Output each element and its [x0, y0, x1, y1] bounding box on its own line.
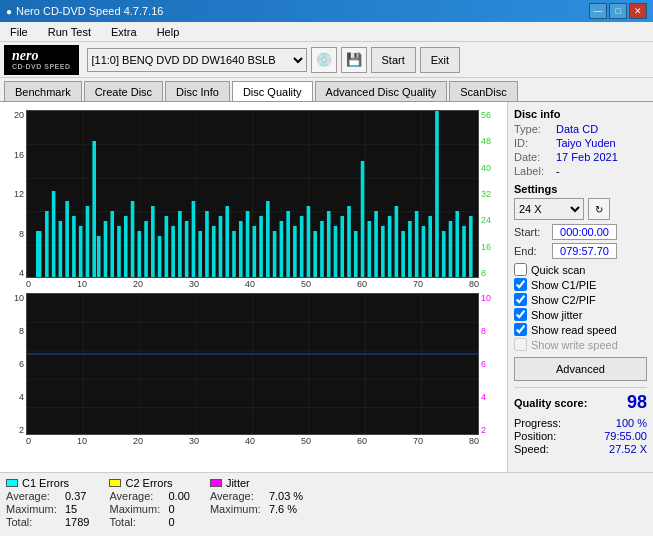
show-c2-checkbox[interactable]	[514, 293, 527, 306]
svg-rect-29	[158, 236, 162, 278]
svg-rect-52	[313, 231, 317, 278]
svg-rect-60	[368, 221, 372, 278]
show-c1-row: Show C1/PIE	[514, 278, 647, 291]
show-c2-row: Show C2/PIF	[514, 293, 647, 306]
tab-disc-quality[interactable]: Disc Quality	[232, 81, 313, 101]
show-write-label: Show write speed	[531, 339, 618, 351]
show-write-row: Show write speed	[514, 338, 647, 351]
type-label: Type:	[514, 123, 556, 135]
show-c1-checkbox[interactable]	[514, 278, 527, 291]
svg-rect-47	[280, 221, 284, 278]
logo-subtitle: CD·DVD SPEED	[12, 63, 71, 70]
svg-rect-58	[354, 231, 358, 278]
svg-rect-73	[455, 211, 459, 278]
svg-rect-37	[212, 226, 216, 278]
start-button[interactable]: Start	[371, 47, 416, 73]
tab-scan-disc[interactable]: ScanDisc	[449, 81, 517, 101]
svg-rect-71	[442, 231, 446, 278]
progress-row: Progress: 100 %	[514, 417, 647, 429]
main-content: 20 16 12 8 4 56 48 40 32 24 16 8	[0, 102, 653, 472]
maximize-button[interactable]: □	[609, 3, 627, 19]
svg-rect-39	[225, 206, 229, 278]
settings-section: Settings 24 X ↻ Start: 000:00.00 End: 07…	[514, 183, 647, 381]
close-button[interactable]: ✕	[629, 3, 647, 19]
y-axis-left-top: 20 16 12 8 4	[4, 110, 24, 278]
drive-select[interactable]: [11:0] BENQ DVD DD DW1640 BSLB	[87, 48, 307, 72]
progress-label: Progress:	[514, 417, 561, 429]
jitter-avg-value: 7.03 %	[269, 490, 303, 502]
svg-rect-11	[36, 231, 41, 278]
jitter-max-value: 7.6 %	[269, 503, 297, 515]
jitter-header: Jitter	[210, 477, 303, 489]
svg-rect-30	[165, 216, 169, 278]
quick-scan-checkbox[interactable]	[514, 263, 527, 276]
speed-row: 24 X ↻	[514, 198, 647, 220]
menu-run-test[interactable]: Run Test	[42, 25, 97, 39]
exit-button[interactable]: Exit	[420, 47, 460, 73]
nero-logo: nero CD·DVD SPEED	[4, 45, 79, 75]
menu-help[interactable]: Help	[151, 25, 186, 39]
svg-rect-59	[361, 161, 365, 278]
menu-file[interactable]: File	[4, 25, 34, 39]
svg-rect-45	[266, 201, 270, 278]
svg-rect-16	[72, 216, 76, 278]
minimize-button[interactable]: —	[589, 3, 607, 19]
svg-rect-42	[246, 211, 250, 278]
jitter-max-label: Maximum:	[210, 503, 265, 515]
c2-total-value: 0	[168, 516, 174, 528]
tab-disc-info[interactable]: Disc Info	[165, 81, 230, 101]
c2-avg-row: Average: 0.00	[109, 490, 189, 502]
title-bar-left: ● Nero CD-DVD Speed 4.7.7.16	[6, 5, 163, 17]
svg-rect-53	[320, 221, 324, 278]
c2-total-row: Total: 0	[109, 516, 189, 528]
label-row: Label: -	[514, 165, 647, 177]
tab-benchmark[interactable]: Benchmark	[4, 81, 82, 101]
c1-max-label: Maximum:	[6, 503, 61, 515]
id-value: Taiyo Yuden	[556, 137, 616, 149]
svg-rect-34	[192, 201, 196, 278]
c2-total-label: Total:	[109, 516, 164, 528]
show-read-checkbox[interactable]	[514, 323, 527, 336]
svg-rect-36	[205, 211, 209, 278]
show-read-row: Show read speed	[514, 323, 647, 336]
c1-label: C1 Errors	[22, 477, 69, 489]
menu-extra[interactable]: Extra	[105, 25, 143, 39]
speed-row-prog: Speed: 27.52 X	[514, 443, 647, 455]
svg-rect-69	[428, 216, 432, 278]
end-label: End:	[514, 245, 552, 257]
jitter-label: Jitter	[226, 477, 250, 489]
date-value: 17 Feb 2021	[556, 151, 618, 163]
show-jitter-checkbox[interactable]	[514, 308, 527, 321]
tab-advanced-disc-quality[interactable]: Advanced Disc Quality	[315, 81, 448, 101]
end-time-row: End: 079:57.70	[514, 243, 647, 259]
c1-total-label: Total:	[6, 516, 61, 528]
svg-rect-57	[347, 206, 351, 278]
svg-rect-44	[259, 216, 263, 278]
refresh-button[interactable]: ↻	[588, 198, 610, 220]
speed-select[interactable]: 24 X	[514, 198, 584, 220]
svg-rect-48	[286, 211, 290, 278]
app-title: Nero CD-DVD Speed 4.7.7.16	[16, 5, 163, 17]
svg-rect-35	[198, 231, 202, 278]
y-axis-right-bottom: 10 8 6 4 2	[481, 293, 503, 435]
c1-total-value: 1789	[65, 516, 89, 528]
x-axis-top: 0 10 20 30 40 50 60 70 80	[4, 279, 503, 289]
c1-max-value: 15	[65, 503, 77, 515]
jitter-avg-label: Average:	[210, 490, 265, 502]
save-icon[interactable]: 💾	[341, 47, 367, 73]
svg-rect-21	[104, 221, 108, 278]
svg-rect-25	[131, 201, 135, 278]
show-jitter-row: Show jitter	[514, 308, 647, 321]
date-row: Date: 17 Feb 2021	[514, 151, 647, 163]
advanced-button[interactable]: Advanced	[514, 357, 647, 381]
c2-label: C2 Errors	[125, 477, 172, 489]
svg-rect-19	[92, 141, 96, 278]
settings-title: Settings	[514, 183, 647, 195]
tab-create-disc[interactable]: Create Disc	[84, 81, 163, 101]
c1-stats: C1 Errors Average: 0.37 Maximum: 15 Tota…	[6, 477, 89, 528]
disc-icon[interactable]: 💿	[311, 47, 337, 73]
svg-rect-67	[415, 211, 419, 278]
quick-scan-label: Quick scan	[531, 264, 585, 276]
svg-rect-75	[469, 216, 473, 278]
tabs: Benchmark Create Disc Disc Info Disc Qua…	[0, 78, 653, 102]
